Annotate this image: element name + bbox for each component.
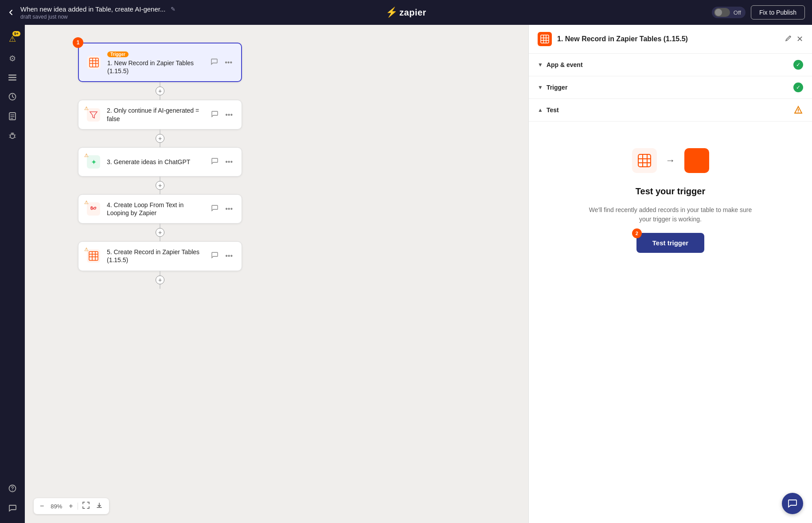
- svg-rect-0: [8, 75, 16, 76]
- flow-container: 1 Trigger 1. New R: [78, 43, 242, 289]
- trigger-node[interactable]: Trigger 1. New Record in Zapier Tables (…: [78, 43, 242, 82]
- test-step-badge: 2: [632, 228, 642, 238]
- warn-icon-5: ⚠: [84, 247, 89, 252]
- node-5-actions: •••: [209, 250, 234, 262]
- right-panel: 1. New Record in Zapier Tables (1.15.5) …: [528, 25, 812, 523]
- test-title: Test: [547, 106, 559, 114]
- test-section: ▲ Test: [529, 99, 812, 122]
- create-record-node[interactable]: ⚠ 5. Create Record in Zapier Tables (1.1…: [78, 241, 242, 271]
- topbar: When new idea added in Table, create AI-…: [0, 0, 812, 25]
- trigger-header-left: ▼ Trigger: [538, 84, 567, 91]
- connector-final: +: [160, 271, 160, 289]
- node-1-wrapper: 1 Trigger 1. New R: [78, 43, 242, 82]
- title-area: When new idea added in Table, create AI-…: [20, 5, 176, 20]
- app-event-header-left: ▼ App & event: [538, 61, 583, 68]
- node-1-title: 1. New Record in Zapier Tables (1.15.5): [107, 59, 203, 75]
- warn-icon-2: ⚠: [84, 106, 89, 111]
- chatgpt-node[interactable]: ⚠ ✦ 3. Generate ideas in ChatGPT •••: [78, 147, 242, 177]
- test-header[interactable]: ▲ Test: [529, 99, 812, 121]
- svg-rect-2: [8, 79, 16, 81]
- toggle-switch[interactable]: [714, 8, 730, 17]
- node-4-actions: •••: [209, 203, 234, 215]
- connector-1-2: +: [160, 82, 160, 100]
- list-icon: [8, 74, 16, 83]
- sidebar-item-files[interactable]: [4, 108, 21, 126]
- topbar-center: ⚡ zapier: [386, 7, 426, 18]
- publish-toggle[interactable]: Off: [712, 7, 746, 18]
- warn-icon-3: ⚠: [84, 153, 89, 158]
- connector-2-3: +: [160, 130, 160, 147]
- toggle-knob: [715, 9, 722, 16]
- svg-rect-1: [8, 77, 16, 78]
- sidebar-item-chat[interactable]: [4, 500, 21, 518]
- sidebar-item-help[interactable]: [4, 480, 21, 498]
- file-icon: [9, 112, 16, 122]
- zapier-wordmark: zapier: [399, 8, 426, 18]
- node-2-actions: •••: [209, 109, 234, 121]
- test-arrow-icon: →: [666, 155, 675, 166]
- node-1-more-btn[interactable]: •••: [223, 57, 234, 68]
- panel-close-button[interactable]: ✕: [796, 34, 803, 44]
- zoom-out-button[interactable]: −: [38, 501, 46, 511]
- sidebar: ⚠ 9+ ⚙: [0, 25, 25, 523]
- node-3-comment-btn[interactable]: [209, 156, 220, 168]
- panel-header-icon: [538, 32, 552, 46]
- test-trigger-button[interactable]: 2 Test trigger: [636, 233, 704, 253]
- node-4-more-btn[interactable]: •••: [223, 203, 234, 215]
- add-step-1-2[interactable]: +: [156, 87, 164, 95]
- panel-header: 1. New Record in Zapier Tables (1.15.5) …: [529, 25, 812, 54]
- sidebar-item-list[interactable]: [4, 69, 21, 87]
- sidebar-item-history[interactable]: [4, 89, 21, 106]
- panel-edit-button[interactable]: [785, 34, 792, 44]
- zapier-logo: ⚡ zapier: [386, 7, 426, 18]
- node-2-more-btn[interactable]: •••: [223, 109, 234, 121]
- trigger-chevron: ▼: [538, 84, 543, 90]
- filter-node[interactable]: ⚠ 2. Only continue if AI-generated = fal…: [78, 100, 242, 129]
- back-button[interactable]: [7, 8, 15, 16]
- trigger-header[interactable]: ▼ Trigger ✓: [529, 76, 812, 98]
- zoom-in-button[interactable]: +: [67, 501, 74, 511]
- add-step-3-4[interactable]: +: [156, 181, 164, 190]
- app-event-status: ✓: [793, 60, 803, 70]
- fit-view-button[interactable]: [81, 501, 91, 511]
- add-step-4-5[interactable]: +: [156, 228, 164, 237]
- save-status: draft saved just now: [20, 14, 176, 20]
- svg-rect-31: [638, 154, 651, 167]
- sidebar-item-settings[interactable]: ⚙: [4, 50, 21, 67]
- fix-to-publish-button[interactable]: Fix to Publish: [751, 5, 805, 20]
- test-source-icon: [632, 148, 657, 173]
- svg-text:✦: ✦: [91, 158, 97, 166]
- test-dest-icon: [684, 148, 709, 173]
- zoom-controls: − 89% +: [34, 498, 109, 514]
- download-button[interactable]: [94, 501, 105, 511]
- test-visual: →: [632, 148, 709, 173]
- node-1-comment-btn[interactable]: [209, 56, 219, 69]
- app-event-section: ▼ App & event ✓: [529, 54, 812, 76]
- svg-point-7: [12, 490, 13, 491]
- gear-icon: ⚙: [9, 54, 16, 63]
- node-5-comment-btn[interactable]: [209, 250, 220, 262]
- node-4-comment-btn[interactable]: [209, 203, 220, 215]
- app-event-header[interactable]: ▼ App & event ✓: [529, 54, 812, 76]
- chat-fab[interactable]: [782, 493, 803, 514]
- trigger-status: ✓: [793, 83, 803, 92]
- node-2-title: 2. Only continue if AI-generated = false: [107, 106, 204, 122]
- node-4-title: 4. Create Loop From Text in Looping by Z…: [107, 201, 204, 217]
- node-1-icon: [86, 55, 102, 71]
- trigger-title: Trigger: [547, 84, 567, 91]
- node-3-more-btn[interactable]: •••: [223, 156, 234, 168]
- looping-node[interactable]: ⚠ 4. Create Loop From Text in Looping by…: [78, 194, 242, 224]
- add-step-2-3[interactable]: +: [156, 134, 164, 143]
- app-event-chevron: ▼: [538, 62, 543, 68]
- edit-title-icon[interactable]: ✎: [171, 6, 176, 12]
- add-step-final[interactable]: +: [156, 275, 164, 284]
- node-5-icon: ⚠: [86, 248, 102, 264]
- clock-icon: [8, 93, 16, 103]
- node-2-comment-btn[interactable]: [209, 109, 220, 121]
- zap-title: When new idea added in Table, create AI-…: [20, 5, 165, 13]
- sidebar-item-alerts[interactable]: ⚠ 9+: [4, 30, 21, 48]
- node-5-more-btn[interactable]: •••: [223, 250, 234, 262]
- sidebar-item-debug[interactable]: [4, 128, 21, 145]
- debug-icon: [8, 132, 16, 142]
- node-4-icon: ⚠: [86, 201, 102, 217]
